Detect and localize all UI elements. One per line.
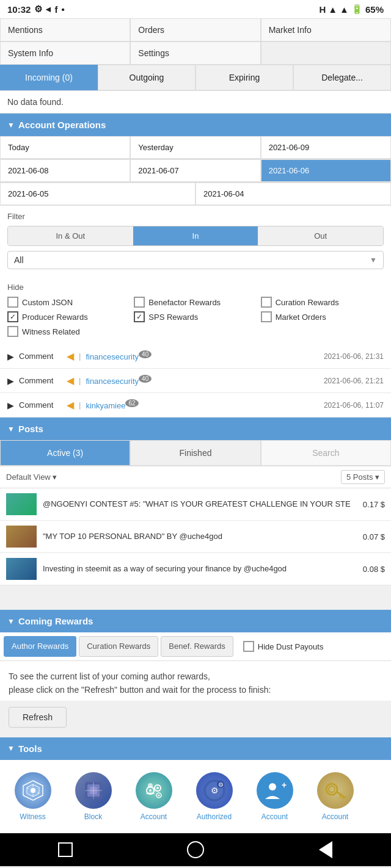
tab-posts-finished[interactable]: Finished [130, 440, 260, 466]
cb-sps-rewards[interactable]: SPS Rewards [134, 311, 257, 322]
date-2021-06-08[interactable]: 2021-06-08 [0, 159, 130, 182]
svg-point-13 [149, 789, 152, 792]
authorized-label: Authorized [197, 812, 232, 821]
post-thumb-1 [6, 493, 37, 515]
filter-select[interactable]: All ▼ [7, 251, 384, 269]
svg-point-25 [269, 783, 276, 790]
date-2021-06-09[interactable]: 2021-06-09 [261, 136, 391, 159]
op-triangle-icon-1: ◀ [67, 350, 74, 362]
op-triangle-icon-3: ◀ [67, 399, 74, 411]
cb-witness-related[interactable]: Witness Related [7, 326, 130, 337]
account-ops-title: Account Operations [18, 120, 106, 130]
spacer-2 [0, 598, 391, 610]
op-row-2[interactable]: ▶ Comment ◀ | financesecurity40 2021-06-… [0, 369, 391, 393]
tab-delegate[interactable]: Delegate... [293, 65, 391, 90]
post-amount-1: 0.17 $ [363, 500, 385, 509]
tool-witness[interactable]: Witness [4, 767, 62, 826]
square-icon [58, 842, 73, 857]
tab-posts-active[interactable]: Active (3) [0, 440, 130, 466]
op-pipe-1: | [79, 352, 81, 361]
hide-dust-row[interactable]: Hide Dust Payouts [236, 636, 331, 657]
hide-dust-checkbox[interactable] [243, 641, 254, 652]
block-icon [75, 772, 112, 809]
cb-custom-json-label: Custom JSON [22, 298, 73, 307]
nav-mentions[interactable]: Mentions [0, 18, 130, 42]
cb-market-orders-box[interactable] [261, 311, 272, 322]
tool-account-1[interactable]: Account [125, 767, 183, 826]
account-gears-icon [136, 772, 172, 809]
tab-benef-rewards[interactable]: Benef. Rewards [161, 636, 233, 657]
refresh-button[interactable]: Refresh [9, 707, 67, 728]
tab-author-rewards[interactable]: Author Rewards [4, 636, 76, 657]
cb-custom-json[interactable]: Custom JSON [7, 297, 130, 308]
nav-market-info[interactable]: Market Info [261, 18, 391, 42]
tab-posts-search[interactable]: Search [261, 440, 391, 466]
tool-authorized[interactable]: ⚙ ⚙ Authorized [185, 767, 243, 826]
op-type-3: Comment [19, 400, 62, 410]
cb-witness-related-box[interactable] [7, 326, 18, 337]
date-2021-06-06[interactable]: 2021-06-06 [261, 159, 391, 182]
witness-icon [15, 772, 51, 809]
account-add-icon: + [257, 772, 293, 809]
top-nav-row2: System Info Settings [0, 42, 391, 65]
cb-custom-json-box[interactable] [7, 297, 18, 308]
date-2021-06-04[interactable]: 2021-06-04 [196, 183, 391, 205]
cb-curation-rewards-box[interactable] [261, 297, 272, 308]
tools-title: Tools [18, 743, 42, 754]
battery-pct: 65% [365, 4, 384, 15]
cb-benefactor-rewards[interactable]: Benefactor Rewards [134, 297, 257, 308]
top-nav-row1: Mentions Orders Market Info [0, 18, 391, 42]
tool-block[interactable]: Block [64, 767, 122, 826]
op-pipe-3: | [79, 400, 81, 410]
cb-market-orders[interactable]: Market Orders [261, 311, 384, 322]
op-row-3[interactable]: ▶ Comment ◀ | kinkyamiee62 2021-06-06, 1… [0, 393, 391, 418]
op-user-2[interactable]: financesecurity40 [86, 375, 152, 386]
bottom-square-btn[interactable] [53, 841, 78, 859]
filter-section: Filter In & Out In Out All ▼ [0, 206, 391, 279]
post-item-2[interactable]: "MY TOP 10 PERSONAL BRAND" BY @uche4god … [0, 521, 391, 553]
bottom-nav-bar [0, 833, 391, 866]
svg-point-18 [148, 783, 153, 788]
account1-label: Account [141, 812, 167, 821]
tab-incoming[interactable]: Incoming (0) [0, 65, 98, 90]
post-amount-2: 0.07 $ [363, 532, 385, 541]
filter-in[interactable]: In [133, 226, 258, 245]
nav-orders[interactable]: Orders [130, 18, 260, 42]
cb-benefactor-rewards-box[interactable] [134, 297, 145, 308]
bottom-home-btn[interactable] [183, 841, 208, 859]
date-2021-06-05[interactable]: 2021-06-05 [0, 183, 196, 205]
rewards-message: To see the current list of your coming a… [0, 661, 391, 701]
svg-point-2 [31, 788, 35, 793]
nav-system-info[interactable]: System Info [0, 42, 130, 65]
cb-producer-rewards-box[interactable] [7, 311, 18, 322]
date-grid-row1: Today Yesterday 2021-06-09 [0, 136, 391, 159]
post-item-3[interactable]: Investing in steemit as a way of securin… [0, 553, 391, 585]
filter-out[interactable]: Out [258, 226, 383, 245]
op-expand-icon-1: ▶ [7, 352, 14, 361]
posts-view-select[interactable]: Default View ▾ [6, 472, 341, 482]
tab-curation-rewards[interactable]: Curation Rewards [79, 636, 158, 657]
cb-sps-rewards-box[interactable] [134, 311, 145, 322]
date-2021-06-07[interactable]: 2021-06-07 [130, 159, 260, 182]
op-user-3[interactable]: kinkyamiee62 [86, 400, 138, 410]
bottom-back-btn[interactable] [313, 841, 338, 859]
svg-point-15 [156, 787, 159, 789]
cb-curation-rewards[interactable]: Curation Rewards [261, 297, 384, 308]
op-row-1[interactable]: ▶ Comment ◀ | financesecurity40 2021-06-… [0, 344, 391, 369]
location-icon: ◂ [46, 4, 51, 15]
tab-expiring[interactable]: Expiring [196, 65, 293, 90]
tab-outgoing[interactable]: Outgoing [98, 65, 196, 90]
post-title-2: "MY TOP 10 PERSONAL BRAND" BY @uche4god [43, 532, 357, 542]
date-yesterday[interactable]: Yesterday [130, 136, 260, 159]
cb-market-orders-label: Market Orders [276, 313, 326, 322]
date-today[interactable]: Today [0, 136, 130, 159]
post-item-1[interactable]: @NGOENYI CONTEST #5: "WHAT IS YOUR GREAT… [0, 488, 391, 521]
posts-count-select[interactable]: 5 Posts ▾ [341, 470, 385, 484]
nav-settings[interactable]: Settings [130, 42, 260, 65]
filter-in-out[interactable]: In & Out [8, 226, 133, 245]
tool-account-2[interactable]: + Account [246, 767, 304, 826]
post-title-1: @NGOENYI CONTEST #5: "WHAT IS YOUR GREAT… [43, 499, 357, 510]
cb-producer-rewards[interactable]: Producer Rewards [7, 311, 130, 322]
tool-account-keys[interactable]: Account [306, 767, 364, 826]
op-user-1[interactable]: financesecurity40 [86, 351, 152, 361]
